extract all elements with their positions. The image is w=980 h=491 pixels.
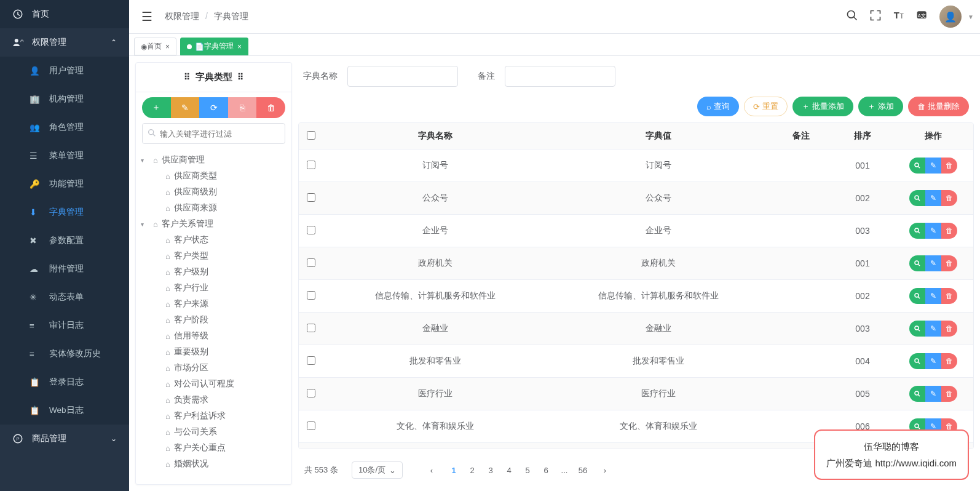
page-1[interactable]: 1 <box>445 461 463 479</box>
batch-add-button[interactable]: ＋批量添加 <box>792 97 853 116</box>
row-delete-button[interactable]: 🗑 <box>941 158 957 174</box>
search-icon[interactable] <box>846 9 858 25</box>
row-checkbox[interactable] <box>307 193 315 202</box>
row-delete-button[interactable]: 🗑 <box>941 353 957 369</box>
row-view-button[interactable] <box>909 190 925 206</box>
tree-node-9[interactable]: ⌂客户来源 <box>141 296 286 312</box>
tree-node-18[interactable]: ⌂客户关心重点 <box>141 440 286 456</box>
sidebar-item-7[interactable]: ☁附件管理 <box>0 255 129 283</box>
sidebar-item-8[interactable]: ✳动态表单 <box>0 283 129 311</box>
sidebar-item-0[interactable]: 👤用户管理 <box>0 57 129 85</box>
row-checkbox[interactable] <box>307 324 315 332</box>
tree-copy-button[interactable]: ⎘ <box>228 97 257 118</box>
tree-node-6[interactable]: ⌂客户类型 <box>141 248 286 264</box>
sidebar-item-6[interactable]: ✖参数配置 <box>0 226 129 255</box>
sidebar-item-1[interactable]: 🏢机构管理 <box>0 85 129 113</box>
sidebar-item-4[interactable]: 🔑功能管理 <box>0 170 129 198</box>
row-view-button[interactable] <box>909 288 925 304</box>
row-edit-button[interactable]: ✎ <box>925 190 941 206</box>
close-icon[interactable]: × <box>237 42 242 51</box>
row-edit-button[interactable]: ✎ <box>925 353 941 369</box>
row-checkbox[interactable] <box>307 291 315 300</box>
expand-icon[interactable]: ▾ <box>141 157 149 164</box>
dict-name-input[interactable] <box>347 66 458 87</box>
reset-button[interactable]: ⟳重置 <box>744 97 788 116</box>
translate-icon[interactable]: A文 <box>916 9 928 25</box>
tree-refresh-button[interactable]: ⟳ <box>199 97 228 118</box>
sidebar-item-12[interactable]: 📋Web日志 <box>0 396 129 425</box>
user-avatar[interactable]: 👤 <box>939 6 962 28</box>
tree-node-4[interactable]: ▾⌂客户关系管理 <box>141 216 286 232</box>
batch-delete-button[interactable]: 🗑批量删除 <box>908 97 969 116</box>
row-checkbox[interactable] <box>307 258 315 267</box>
sidebar-item-3[interactable]: ☰菜单管理 <box>0 142 129 170</box>
sidebar-item-10[interactable]: ≡实体修改历史 <box>0 340 129 368</box>
row-view-button[interactable] <box>909 158 925 174</box>
sidebar-item-5[interactable]: ⬇字典管理 <box>0 198 129 226</box>
avatar-dropdown-icon[interactable]: ▼ <box>968 14 974 20</box>
query-button[interactable]: ⌕查询 <box>697 97 739 116</box>
sidebar-permission[interactable]: 权限管理 ⌃ <box>0 28 129 57</box>
page-6[interactable]: 6 <box>537 461 555 479</box>
row-view-button[interactable] <box>909 255 925 271</box>
tree-node-19[interactable]: ⌂婚姻状况 <box>141 456 286 472</box>
row-delete-button[interactable]: 🗑 <box>941 255 957 271</box>
page-size-select[interactable]: 10条/页⌄ <box>352 461 403 479</box>
tree-search-input[interactable] <box>142 123 285 144</box>
tree-edit-button[interactable]: ✎ <box>171 97 200 118</box>
tree-node-13[interactable]: ⌂市场分区 <box>141 360 286 376</box>
prev-page-button[interactable]: ‹ <box>422 461 441 479</box>
tree-node-16[interactable]: ⌂客户利益诉求 <box>141 408 286 424</box>
page-5[interactable]: 5 <box>518 461 537 479</box>
tree-delete-button[interactable]: 🗑 <box>256 97 285 118</box>
expand-icon[interactable]: ▾ <box>141 221 149 228</box>
sidebar-item-11[interactable]: 📋登录日志 <box>0 368 129 396</box>
font-size-icon[interactable]: TT <box>893 9 905 25</box>
tab-1[interactable]: 📄字典管理× <box>180 38 248 55</box>
row-view-button[interactable] <box>909 223 925 239</box>
tree-add-button[interactable]: ＋ <box>142 97 171 118</box>
tree-node-1[interactable]: ⌂供应商类型 <box>141 168 286 184</box>
breadcrumb-permission[interactable]: 权限管理 <box>165 11 199 21</box>
sidebar-goods[interactable]: P 商品管理 ⌄ <box>0 425 129 453</box>
row-delete-button[interactable]: 🗑 <box>941 321 957 337</box>
next-page-button[interactable]: › <box>596 461 614 479</box>
row-checkbox[interactable] <box>307 226 315 234</box>
tree-node-11[interactable]: ⌂信用等级 <box>141 328 286 344</box>
page-2[interactable]: 2 <box>463 461 481 479</box>
tree-node-5[interactable]: ⌂客户状态 <box>141 232 286 248</box>
tree-node-17[interactable]: ⌂与公司关系 <box>141 424 286 440</box>
row-edit-button[interactable]: ✎ <box>925 255 941 271</box>
row-checkbox[interactable] <box>307 421 315 430</box>
row-checkbox[interactable] <box>307 389 315 397</box>
row-delete-button[interactable]: 🗑 <box>941 223 957 239</box>
tree-node-3[interactable]: ⌂供应商来源 <box>141 200 286 216</box>
tree-node-14[interactable]: ⌂对公司认可程度 <box>141 376 286 392</box>
sidebar-home[interactable]: 首页 <box>0 0 129 28</box>
sidebar-item-9[interactable]: ≡审计日志 <box>0 311 129 340</box>
close-icon[interactable]: × <box>165 42 170 51</box>
row-edit-button[interactable]: ✎ <box>925 288 941 304</box>
tree-node-12[interactable]: ⌂重要级别 <box>141 344 286 360</box>
row-delete-button[interactable]: 🗑 <box>941 386 957 402</box>
page-56[interactable]: 56 <box>574 461 592 479</box>
row-edit-button[interactable]: ✎ <box>925 223 941 239</box>
add-button[interactable]: ＋添加 <box>858 97 903 116</box>
row-delete-button[interactable]: 🗑 <box>941 190 957 206</box>
row-edit-button[interactable]: ✎ <box>925 386 941 402</box>
tree-node-8[interactable]: ⌂客户行业 <box>141 280 286 296</box>
row-view-button[interactable] <box>909 386 925 402</box>
tree-node-10[interactable]: ⌂客户阶段 <box>141 312 286 328</box>
row-edit-button[interactable]: ✎ <box>925 321 941 337</box>
page-3[interactable]: 3 <box>481 461 500 479</box>
tree-node-7[interactable]: ⌂客户级别 <box>141 264 286 280</box>
page-4[interactable]: 4 <box>500 461 518 479</box>
row-checkbox[interactable] <box>307 356 315 365</box>
tree-node-2[interactable]: ⌂供应商级别 <box>141 184 286 200</box>
remark-input[interactable] <box>505 66 615 87</box>
row-delete-button[interactable]: 🗑 <box>941 288 957 304</box>
sidebar-item-2[interactable]: 👥角色管理 <box>0 113 129 142</box>
tree-node-15[interactable]: ⌂负责需求 <box>141 392 286 408</box>
select-all-checkbox[interactable] <box>307 131 315 140</box>
tab-0[interactable]: ◉ 首页× <box>134 38 176 55</box>
